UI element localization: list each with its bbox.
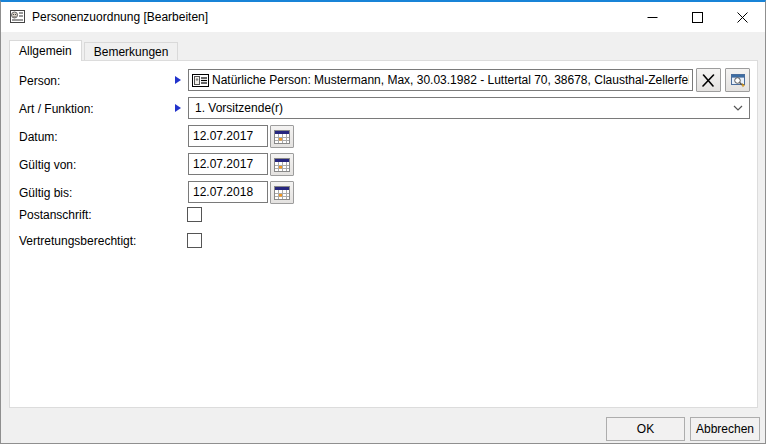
contact-card-icon	[192, 74, 209, 87]
x-clear-icon	[702, 74, 715, 87]
datum-label: Datum:	[19, 130, 58, 144]
person-required-arrow-icon	[175, 76, 181, 84]
gueltig-bis-label: Gültig bis:	[19, 186, 72, 200]
tab-allgemein[interactable]: Allgemein	[9, 40, 82, 61]
postanschrift-checkbox[interactable]	[187, 207, 202, 222]
art-funktion-combobox[interactable]: 1. Vorsitzende(r)	[188, 97, 750, 119]
vertretungsberechtigt-label: Vertretungsberechtigt:	[19, 234, 136, 248]
minimize-icon[interactable]	[630, 2, 675, 32]
art-funktion-label: Art / Funktion:	[19, 102, 94, 116]
person-field[interactable]: Natürliche Person: Mustermann, Max, 30.0…	[188, 69, 693, 91]
person-clear-button[interactable]	[696, 68, 721, 92]
tab-page-allgemein: Person: Natürliche Person: Mustermann, M…	[9, 60, 758, 408]
person-field-value: Natürliche Person: Mustermann, Max, 30.0…	[212, 73, 689, 87]
datum-input[interactable]	[188, 125, 268, 147]
person-label: Person:	[19, 74, 60, 88]
gueltig-von-calendar-button[interactable]	[270, 153, 294, 176]
app-person-card-icon	[9, 9, 26, 25]
tab-bemerkungen[interactable]: Bemerkungen	[84, 42, 179, 60]
gueltig-von-input[interactable]	[188, 153, 268, 175]
tabstrip: Allgemein Bemerkungen	[9, 39, 178, 60]
gueltig-bis-input[interactable]	[188, 181, 268, 203]
calendar-icon	[274, 158, 290, 172]
datum-calendar-button[interactable]	[270, 125, 294, 148]
search-window-icon	[730, 73, 746, 88]
gueltig-von-label: Gültig von:	[19, 158, 76, 172]
vertretungsberechtigt-checkbox[interactable]	[187, 233, 202, 248]
art-funktion-value: 1. Vorsitzende(r)	[195, 101, 283, 115]
calendar-icon	[274, 130, 290, 144]
person-search-button[interactable]	[725, 68, 750, 92]
maximize-icon[interactable]	[675, 2, 720, 32]
tab-allgemein-label: Allgemein	[19, 44, 72, 58]
close-icon[interactable]	[720, 2, 765, 32]
window-title: Personenzuordnung [Bearbeiten]	[32, 10, 208, 24]
window-controls	[630, 2, 765, 32]
titlebar[interactable]: Personenzuordnung [Bearbeiten]	[1, 2, 765, 32]
chevron-down-icon	[733, 105, 743, 111]
ok-button[interactable]: OK	[606, 417, 685, 441]
calendar-icon	[274, 186, 290, 200]
personenzuordnung-dialog: Personenzuordnung [Bearbeiten] Allgemein…	[0, 0, 766, 444]
tab-bemerkungen-label: Bemerkungen	[94, 45, 169, 59]
art-funktion-required-arrow-icon	[175, 104, 181, 112]
postanschrift-label: Postanschrift:	[19, 208, 92, 222]
gueltig-bis-calendar-button[interactable]	[270, 181, 294, 204]
cancel-button[interactable]: Abbrechen	[690, 417, 760, 441]
